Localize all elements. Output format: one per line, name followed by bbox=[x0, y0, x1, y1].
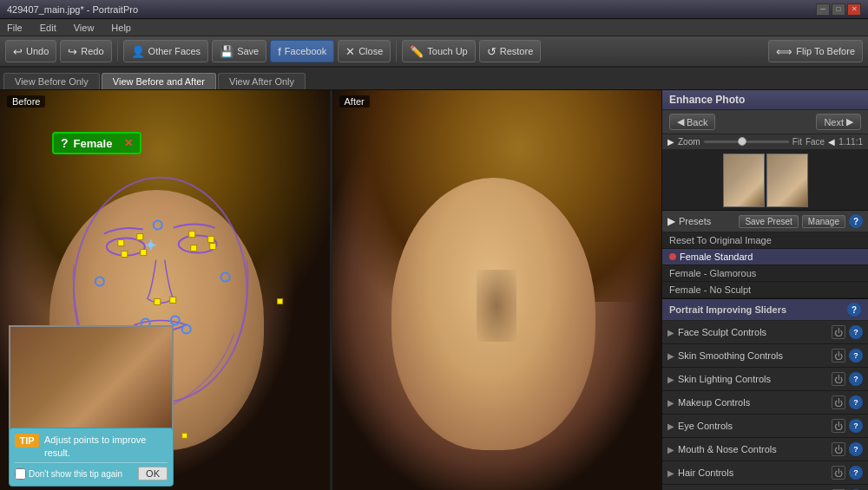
flip-label: Flip To Before bbox=[796, 46, 855, 56]
flip-to-before-button[interactable]: ⟺ Flip To Before bbox=[768, 40, 863, 62]
preset-item-reset[interactable]: Reset To Original Image bbox=[662, 232, 868, 249]
nav-bar: ◀ Back Next ▶ bbox=[662, 110, 868, 134]
window-title: 429407_main.jpg* - PortraitPro bbox=[7, 4, 816, 15]
tip-footer: Don't show this tip again OK bbox=[15, 462, 168, 480]
touch-up-button[interactable]: ✏️ Touch Up bbox=[402, 40, 475, 62]
facebook-icon: f bbox=[278, 45, 281, 58]
tab-after-only[interactable]: View After Only bbox=[218, 73, 306, 89]
makeup-power-button[interactable]: ⏻ bbox=[832, 395, 845, 409]
menu-view[interactable]: View bbox=[70, 23, 98, 33]
menu-help[interactable]: Help bbox=[108, 23, 135, 33]
svg-rect-10 bbox=[210, 244, 216, 250]
skin-lighting-power-button[interactable]: ⏻ bbox=[832, 372, 845, 386]
tip-badge: TIP bbox=[15, 434, 39, 448]
hair-label: Hair Controls bbox=[678, 467, 828, 478]
zoom-slider[interactable] bbox=[704, 140, 789, 143]
zoom-face-button[interactable]: Face bbox=[806, 137, 825, 147]
skin-smoothing-power-button[interactable]: ⏻ bbox=[832, 349, 845, 363]
before-photo: ? Female ✕ TIP Adjust points to improve … bbox=[0, 90, 330, 490]
preset-label-reset: Reset To Original Image bbox=[669, 235, 772, 245]
tab-before-after[interactable]: View Before and After bbox=[102, 73, 216, 89]
undo-label: Undo bbox=[26, 46, 49, 56]
redo-button[interactable]: ↪ Redo bbox=[60, 40, 111, 62]
close-icon: ✕ bbox=[345, 45, 355, 58]
undo-icon: ↩ bbox=[13, 45, 23, 58]
menu-bar: File Edit View Help bbox=[0, 19, 868, 36]
before-panel: Before bbox=[0, 90, 330, 490]
slider-skin-lighting[interactable]: ▶ Skin Lighting Controls ⏻ ? bbox=[662, 368, 868, 391]
after-nose bbox=[477, 270, 516, 342]
svg-rect-7 bbox=[189, 232, 195, 238]
presets-arrow-icon: ▶ bbox=[667, 215, 675, 227]
next-button[interactable]: Next ▶ bbox=[816, 114, 861, 130]
menu-file[interactable]: File bbox=[3, 23, 26, 33]
hair-help-button[interactable]: ? bbox=[849, 466, 863, 480]
right-panel: Enhance Photo ◀ Back Next ▶ ▶ Zoom Fit F… bbox=[661, 90, 868, 490]
zoom-fit-button[interactable]: Fit bbox=[792, 137, 802, 147]
restore-button[interactable]: ↺ Restore bbox=[479, 40, 542, 62]
slider-face-sculpt[interactable]: ▶ Face Sculpt Controls ⏻ ? bbox=[662, 321, 868, 344]
undo-button[interactable]: ↩ Undo bbox=[5, 40, 56, 62]
restore-icon: ↺ bbox=[487, 45, 496, 58]
close-window-button[interactable]: ✕ bbox=[847, 3, 861, 16]
mouth-nose-help-button[interactable]: ? bbox=[849, 442, 863, 456]
skin-lighting-label: Skin Lighting Controls bbox=[678, 374, 828, 384]
tip-checkbox[interactable] bbox=[15, 468, 26, 480]
slider-skin-coloring[interactable]: ▶ Skin Coloring Controls ⏻ ? bbox=[662, 485, 868, 490]
view-tabs: View Before Only View Before and After V… bbox=[0, 68, 868, 90]
presets-help-button[interactable]: ? bbox=[849, 214, 863, 228]
preset-item-no-sculpt[interactable]: Female - No Sculpt bbox=[662, 282, 868, 298]
sliders-title: Portrait Improving Sliders bbox=[669, 304, 847, 315]
toolbar-separator-1 bbox=[117, 41, 118, 62]
facebook-button[interactable]: f Facebook bbox=[270, 40, 334, 62]
eye-help-button[interactable]: ? bbox=[849, 419, 863, 433]
skin-smoothing-help-button[interactable]: ? bbox=[849, 349, 863, 363]
slider-mouth-nose[interactable]: ▶ Mouth & Nose Controls ⏻ ? bbox=[662, 438, 868, 461]
slider-skin-smoothing[interactable]: ▶ Skin Smoothing Controls ⏻ ? bbox=[662, 344, 868, 368]
right-thumbnail bbox=[723, 154, 765, 207]
tip-ok-button[interactable]: OK bbox=[138, 467, 168, 480]
preset-label-glamorous: Female - Glamorous bbox=[669, 268, 756, 278]
zoom-thumb[interactable] bbox=[738, 137, 746, 146]
other-faces-button[interactable]: 👤 Other Faces bbox=[123, 40, 209, 62]
other-faces-label: Other Faces bbox=[148, 46, 201, 56]
toolbar: ↩ Undo ↪ Redo 👤 Other Faces 💾 Save f Fac… bbox=[0, 36, 868, 68]
zoom-arrow-icon: ▶ bbox=[667, 137, 674, 147]
back-arrow-icon: ◀ bbox=[677, 116, 684, 127]
zoom-row: ▶ Zoom Fit Face ◀ 1.11:1 bbox=[662, 134, 868, 150]
preset-item-female-standard[interactable]: Female Standard bbox=[662, 249, 868, 265]
hair-power-button[interactable]: ⏻ bbox=[832, 466, 845, 480]
skin-lighting-help-button[interactable]: ? bbox=[849, 372, 863, 386]
close-button[interactable]: ✕ Close bbox=[338, 40, 391, 62]
enhance-photo-header: Enhance Photo bbox=[662, 90, 868, 110]
manage-button[interactable]: Manage bbox=[802, 215, 845, 228]
svg-rect-25 bbox=[182, 433, 187, 438]
save-button[interactable]: 💾 Save bbox=[212, 40, 266, 62]
thumbnail-preview bbox=[9, 325, 174, 438]
face-sculpt-help-button[interactable]: ? bbox=[849, 325, 863, 339]
tip-checkbox-label[interactable]: Don't show this tip again bbox=[15, 468, 122, 480]
slider-hair[interactable]: ▶ Hair Controls ⏻ ? bbox=[662, 461, 868, 485]
mouth-nose-power-button[interactable]: ⏻ bbox=[832, 442, 845, 456]
eye-power-button[interactable]: ⏻ bbox=[832, 419, 845, 433]
skin-smoothing-arrow: ▶ bbox=[667, 351, 674, 361]
svg-rect-6 bbox=[141, 250, 147, 256]
minimize-button[interactable]: ─ bbox=[816, 3, 830, 16]
preset-item-glamorous[interactable]: Female - Glamorous bbox=[662, 265, 868, 282]
slider-eye[interactable]: ▶ Eye Controls ⏻ ? bbox=[662, 415, 868, 438]
face-sculpt-power-button[interactable]: ⏻ bbox=[832, 325, 845, 339]
makeup-help-button[interactable]: ? bbox=[849, 395, 863, 409]
zoom-label: Zoom bbox=[678, 137, 700, 147]
makeup-arrow: ▶ bbox=[667, 398, 674, 408]
gender-close-button[interactable]: ✕ bbox=[124, 137, 133, 149]
svg-point-13 bbox=[95, 278, 104, 286]
save-preset-button[interactable]: Save Preset bbox=[739, 215, 798, 228]
maximize-button[interactable]: □ bbox=[832, 3, 845, 16]
tab-before-only[interactable]: View Before Only bbox=[3, 73, 100, 89]
preset-dot bbox=[669, 253, 676, 260]
back-button[interactable]: ◀ Back bbox=[669, 114, 715, 130]
sliders-help-button[interactable]: ? bbox=[847, 303, 861, 317]
menu-edit[interactable]: Edit bbox=[36, 23, 60, 33]
slider-makeup[interactable]: ▶ Makeup Controls ⏻ ? bbox=[662, 391, 868, 415]
save-icon: 💾 bbox=[220, 45, 233, 58]
